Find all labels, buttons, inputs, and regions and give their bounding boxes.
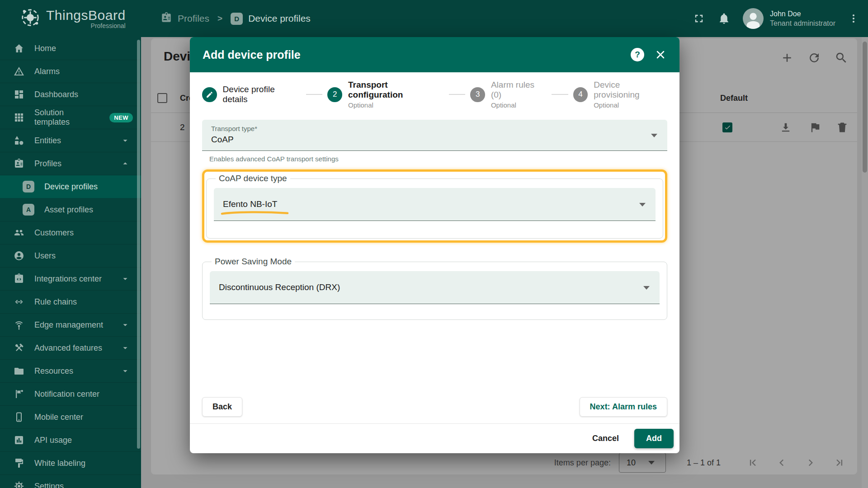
sidebar-item-dashboards[interactable]: Dashboards [0, 83, 141, 106]
highlight-underline [221, 211, 289, 215]
step-device-profile-details[interactable]: Device profile details [202, 84, 301, 104]
sidebar-item-customers[interactable]: Customers [0, 221, 141, 244]
sidebar-item-users[interactable]: Users [0, 244, 141, 267]
coap-device-type-select[interactable]: Efento NB-IoT [214, 188, 656, 221]
step-alarm-rules[interactable]: 3 Alarm rules (0)Optional [470, 80, 547, 109]
coap-device-type-value: Efento NB-IoT [223, 199, 277, 209]
coap-device-type-fieldset: CoAP device type Efento NB-IoT [206, 174, 663, 239]
add-device-profile-dialog: Add device profile ? Device profile deta… [190, 37, 679, 453]
chevron-down-icon [120, 366, 130, 376]
dashboards-icon [14, 89, 24, 100]
step-number: 4 [573, 87, 588, 102]
chevron-down-icon [651, 134, 657, 137]
step-number: 2 [327, 87, 342, 102]
new-badge: NEW [109, 113, 133, 122]
chevron-up-icon [120, 159, 130, 169]
chevron-down-icon [643, 286, 650, 290]
sidebar-item-device-profiles[interactable]: D Device profiles [0, 175, 141, 198]
sidebar-item-white-labeling[interactable]: White labeling [0, 452, 141, 475]
apps-grid-icon [14, 112, 24, 123]
topbar-actions: John Doe Tenant administrator [693, 0, 859, 37]
folder-icon [14, 366, 24, 376]
asset-profile-icon: A [23, 204, 34, 216]
device-profile-icon: D [23, 181, 34, 192]
step-number: 3 [470, 87, 485, 102]
step-connector [552, 94, 568, 95]
transport-type-hint: Enables advanced CoAP transport settings [209, 155, 667, 163]
badge-icon [14, 158, 24, 169]
power-saving-mode-value: Discontinuous Reception (DRX) [219, 282, 340, 292]
transport-type-select[interactable]: Transport type* CoAP [202, 120, 667, 151]
edit-pencil-icon [202, 87, 217, 102]
sidebar-item-solution-templates[interactable]: Solution templates NEW [0, 106, 141, 129]
sidebar-item-home[interactable]: Home [0, 37, 141, 60]
sidebar-item-profiles[interactable]: Profiles [0, 152, 141, 175]
stepper: Device profile details 2 Transport confi… [202, 72, 667, 109]
user-name: John Doe [770, 10, 835, 18]
breadcrumb-device-profiles[interactable]: D Device profiles [231, 13, 311, 25]
step-device-provisioning[interactable]: 4 Device provisioningOptional [573, 80, 667, 109]
chevron-down-icon [120, 274, 130, 284]
cancel-button[interactable]: Cancel [592, 434, 619, 443]
dialog-body: Device profile details 2 Transport confi… [190, 72, 679, 423]
sidebar-item-rule-chains[interactable]: Rule chains [0, 291, 141, 314]
breadcrumb: Profiles > D Device profiles [160, 0, 311, 37]
next-alarm-rules-button[interactable]: Next: Alarm rules [580, 397, 667, 417]
chevron-down-icon [120, 320, 130, 330]
notifications-bell-icon[interactable] [718, 13, 730, 25]
avatar [743, 8, 764, 29]
thingsboard-logo-icon [20, 7, 41, 30]
breadcrumb-separator: > [217, 14, 222, 23]
sidebar-item-integrations-center[interactable]: Integrations center [0, 267, 141, 291]
close-icon[interactable] [654, 48, 667, 61]
sidebar-item-asset-profiles[interactable]: A Asset profiles [0, 198, 141, 221]
smartphone-icon [14, 412, 24, 422]
notification-flag-icon [14, 389, 24, 399]
home-icon [14, 43, 24, 54]
bar-chart-icon [14, 435, 24, 446]
back-button[interactable]: Back [202, 397, 242, 417]
breadcrumb-profiles[interactable]: Profiles [160, 12, 209, 26]
sidebar-item-api-usage[interactable]: API usage [0, 429, 141, 452]
people-icon [14, 227, 24, 238]
user-role: Tenant administrator [770, 19, 835, 28]
badge-icon [160, 12, 172, 26]
chevron-down-icon [639, 203, 646, 206]
dialog-footer: Cancel Add [190, 423, 679, 453]
coap-device-type-highlight: CoAP device type Efento NB-IoT [202, 169, 667, 243]
chevron-down-icon [120, 136, 130, 145]
device-profile-icon: D [231, 13, 243, 25]
step-transport-configuration[interactable]: 2 Transport configurationOptional [327, 80, 443, 109]
app-root: ThingsBoard Professional Profiles > D De… [0, 0, 868, 488]
sidebar-item-resources[interactable]: Resources [0, 360, 141, 383]
sidebar-item-settings[interactable]: Settings [0, 475, 141, 488]
fullscreen-icon[interactable] [693, 12, 705, 25]
help-icon[interactable]: ? [631, 48, 644, 61]
kebab-menu-icon[interactable] [848, 13, 859, 24]
sidebar-item-notification-center[interactable]: Notification center [0, 383, 141, 406]
dialog-title: Add device profile [203, 48, 621, 61]
sidebar-item-entities[interactable]: Entities [0, 129, 141, 152]
sidebar-item-advanced-features[interactable]: Advanced features [0, 337, 141, 360]
sidebar-item-edge-management[interactable]: Edge management [0, 314, 141, 337]
shapes-icon [14, 135, 24, 146]
dialog-header: Add device profile ? [190, 37, 679, 72]
sidebar-item-alarms[interactable]: Alarms [0, 60, 141, 83]
paint-roller-icon [14, 458, 24, 469]
integrations-icon [14, 273, 24, 284]
sidebar-item-mobile-center[interactable]: Mobile center [0, 406, 141, 429]
brand[interactable]: ThingsBoard Professional [20, 0, 126, 37]
breadcrumb-label: Profiles [178, 13, 209, 24]
chevron-down-icon [120, 343, 130, 353]
transport-type-value: CoAP [211, 135, 658, 145]
user-menu[interactable]: John Doe Tenant administrator [743, 8, 835, 29]
rule-chains-icon [14, 296, 24, 307]
sidebar: Home Alarms Dashboards Solution template… [0, 37, 141, 488]
sidebar-scrollbar[interactable] [137, 40, 140, 449]
transport-type-label: Transport type* [211, 125, 658, 132]
gear-icon [14, 481, 24, 488]
add-button[interactable]: Add [634, 429, 674, 448]
brand-subtitle: Professional [46, 23, 126, 29]
power-saving-mode-select[interactable]: Discontinuous Reception (DRX) [210, 271, 660, 304]
alarm-warning-icon [14, 66, 24, 77]
